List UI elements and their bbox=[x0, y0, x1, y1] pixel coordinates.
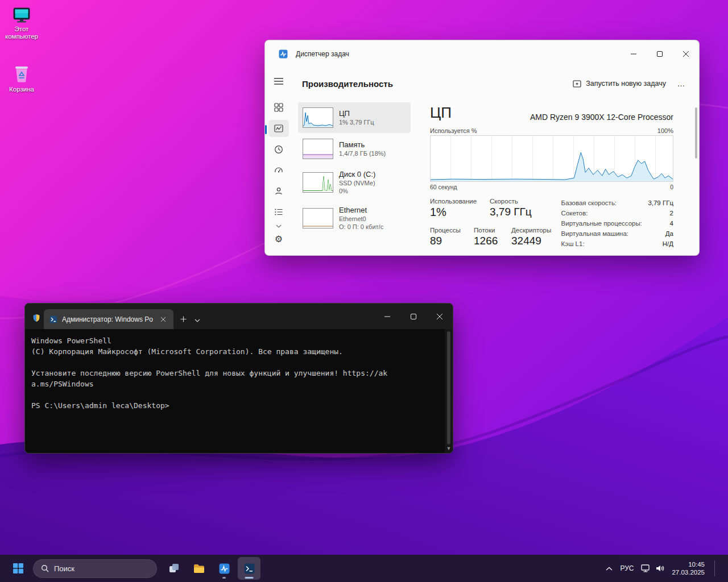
users-icon bbox=[274, 186, 283, 196]
taskbar-search[interactable]: Поиск bbox=[33, 559, 157, 578]
perf-item-memory[interactable]: Память 1,4/7,8 ГБ (18%) bbox=[298, 134, 411, 164]
scroll-down-arrow-icon[interactable]: ▼ bbox=[446, 446, 452, 451]
terminal-titlebar[interactable]: Администратор: Windows Po bbox=[25, 304, 453, 329]
close-icon bbox=[437, 314, 442, 319]
tray-date: 27.03.2025 bbox=[672, 568, 705, 576]
spec-value: 3,79 ГГц bbox=[648, 198, 673, 208]
processor-name: AMD Ryzen 9 3900X 12-Core Processor bbox=[530, 113, 673, 122]
language-indicator[interactable]: РУС bbox=[620, 564, 634, 572]
terminal-viewport[interactable]: Windows PowerShell (C) Корпорация Майкро… bbox=[25, 329, 445, 453]
minimize-button[interactable] bbox=[374, 304, 400, 329]
perf-item-disk[interactable]: Диск 0 (C:) SSD (NVMe) 0% bbox=[298, 165, 411, 200]
run-new-task-label: Запустить новую задачу bbox=[586, 80, 666, 88]
active-indicator bbox=[245, 577, 254, 579]
perf-item-name: ЦП bbox=[339, 109, 374, 118]
nav-scroll-down-icon[interactable] bbox=[276, 220, 282, 230]
close-icon bbox=[161, 317, 166, 322]
memory-mini-graph bbox=[303, 139, 333, 159]
start-button[interactable] bbox=[7, 557, 30, 580]
file-explorer-icon bbox=[193, 564, 205, 573]
desktop-icon-recycle-bin[interactable]: Корзина bbox=[0, 63, 43, 93]
perf-item-detail: SSD (NVMe) bbox=[339, 179, 375, 187]
nav-menu-button[interactable] bbox=[268, 73, 289, 90]
taskbar-task-view-button[interactable] bbox=[163, 557, 185, 580]
desktop-icon-label: Корзина bbox=[9, 86, 34, 93]
desktop-icon-label: Этот компьютер bbox=[0, 26, 43, 40]
taskbar-file-explorer-button[interactable] bbox=[188, 557, 210, 580]
taskbar-task-manager-button[interactable] bbox=[213, 557, 235, 580]
stat-value: 1% bbox=[430, 206, 490, 219]
processes-icon bbox=[274, 103, 283, 112]
search-icon bbox=[41, 564, 49, 572]
new-tab-button[interactable] bbox=[180, 314, 187, 325]
spec-label: Кэш L1: bbox=[561, 239, 585, 249]
perf-item-ethernet[interactable]: Ethernet Ethernet0 О: 0 П: 0 кбит/с bbox=[298, 201, 411, 236]
page-title: Производительность bbox=[302, 79, 393, 89]
nav-details-button[interactable] bbox=[268, 203, 289, 221]
spec-value: Да bbox=[665, 228, 673, 239]
nav-startup-apps-button[interactable] bbox=[268, 161, 289, 179]
stat-label: Дескрипторы bbox=[511, 227, 561, 234]
minimize-icon bbox=[384, 314, 390, 319]
admin-shield-icon bbox=[32, 314, 40, 322]
terminal-line: (C) Корпорация Майкрософт (Microsoft Cor… bbox=[31, 346, 445, 357]
close-button[interactable] bbox=[427, 304, 453, 329]
nav-settings-button[interactable]: ⚙ bbox=[268, 230, 289, 248]
more-options-button[interactable]: … bbox=[672, 79, 691, 88]
tray-status-icons[interactable] bbox=[641, 564, 664, 572]
nav-processes-button[interactable] bbox=[268, 99, 289, 117]
nav-performance-button[interactable] bbox=[268, 120, 289, 138]
ellipsis-icon: … bbox=[677, 79, 686, 88]
clock[interactable]: 10:45 27.03.2025 bbox=[672, 560, 705, 576]
taskbar-terminal-button[interactable] bbox=[238, 557, 260, 580]
history-clock-icon bbox=[274, 145, 283, 154]
show-desktop-button[interactable] bbox=[714, 560, 717, 576]
taskbar: Поиск bbox=[0, 555, 728, 582]
tab-close-button[interactable] bbox=[158, 314, 168, 325]
running-indicator bbox=[222, 577, 226, 579]
desktop-icon-this-pc[interactable]: Этот компьютер bbox=[0, 5, 43, 40]
ethernet-mini-graph bbox=[303, 208, 333, 228]
tray-chevron-button[interactable] bbox=[606, 563, 613, 573]
minimize-button[interactable] bbox=[621, 40, 647, 68]
perf-item-name: Диск 0 (C:) bbox=[339, 170, 375, 179]
maximize-button[interactable] bbox=[647, 40, 673, 68]
task-manager-scrollbar[interactable] bbox=[695, 107, 697, 159]
task-manager-app-icon bbox=[279, 49, 288, 59]
tray-time: 10:45 bbox=[672, 560, 705, 568]
terminal-line: a.ms/PSWindows bbox=[31, 379, 445, 389]
terminal-tab[interactable]: Администратор: Windows Po bbox=[44, 309, 173, 329]
task-view-icon bbox=[169, 563, 179, 573]
task-manager-titlebar[interactable]: Диспетчер задач bbox=[265, 40, 699, 68]
window-title: Диспетчер задач bbox=[296, 50, 349, 58]
this-pc-icon bbox=[11, 5, 32, 24]
graph-zero-label: 0 bbox=[670, 184, 673, 190]
cpu-usage-graph bbox=[430, 135, 673, 182]
terminal-window: Администратор: Windows Po bbox=[24, 303, 453, 454]
details-list-icon bbox=[274, 207, 283, 217]
graph-max-label: 100% bbox=[657, 127, 673, 134]
gear-icon: ⚙ bbox=[275, 234, 283, 244]
terminal-scrollbar[interactable]: ▼ bbox=[445, 329, 453, 453]
cpu-usage-curve bbox=[431, 136, 673, 181]
recycle-bin-icon bbox=[11, 63, 32, 84]
run-new-task-button[interactable]: Запустить новую задачу bbox=[567, 76, 672, 92]
nav-app-history-button[interactable] bbox=[268, 140, 289, 158]
perf-item-detail: 1% 3,79 ГГц bbox=[339, 118, 374, 126]
tab-dropdown-button[interactable] bbox=[195, 314, 200, 325]
scrollbar-thumb[interactable] bbox=[447, 331, 450, 444]
terminal-prompt-line: PS C:\Users\admin leca\Desktop> bbox=[31, 400, 445, 411]
windows-logo-icon bbox=[13, 563, 23, 573]
nav-users-button[interactable] bbox=[268, 182, 289, 200]
terminal-line bbox=[31, 389, 445, 400]
task-manager-nav-rail: ⚙ bbox=[265, 68, 292, 255]
maximize-button[interactable] bbox=[400, 304, 427, 329]
task-manager-icon bbox=[219, 563, 230, 574]
terminal-line: Windows PowerShell bbox=[31, 335, 445, 346]
maximize-icon bbox=[657, 51, 663, 57]
close-button[interactable] bbox=[673, 40, 699, 68]
perf-item-cpu[interactable]: ЦП 1% 3,79 ГГц bbox=[298, 102, 411, 133]
system-tray: РУС 10:45 27.03.2025 bbox=[606, 560, 722, 576]
search-placeholder: Поиск bbox=[54, 564, 75, 573]
task-manager-window: Диспетчер задач bbox=[264, 40, 700, 256]
